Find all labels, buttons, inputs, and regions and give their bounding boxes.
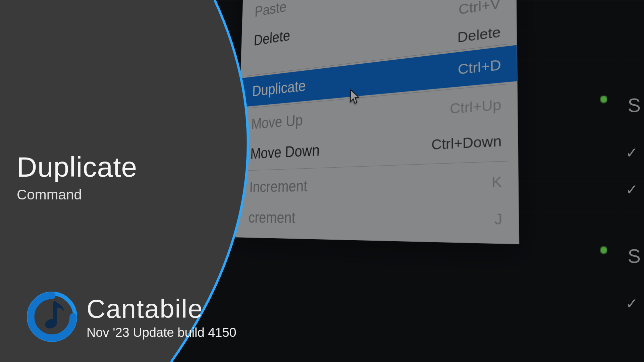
feature-title: Duplicate xyxy=(17,151,137,183)
cantabile-logo-icon xyxy=(27,292,77,342)
menu-item-label: Paste xyxy=(255,0,287,20)
cursor-icon xyxy=(350,88,361,107)
menu-item-label: Increment xyxy=(249,177,308,196)
menu-item-label: Move Up xyxy=(251,112,303,132)
svg-point-2 xyxy=(44,317,58,330)
bg-list-item: or xyxy=(165,116,217,155)
menu-item-shortcut: Ctrl+Up xyxy=(450,96,501,117)
menu-item-label: Duplicate xyxy=(252,77,306,100)
menu-item-increment[interactable]: Increment K xyxy=(237,163,519,202)
menu-item-label: Move Down xyxy=(250,141,320,162)
feature-title-block: Duplicate Command xyxy=(17,151,137,203)
feature-subtitle: Command xyxy=(17,187,137,203)
background-list: oad & ime Lo PU Lo PU Lo e Fa or xyxy=(165,0,223,155)
menu-item-label: Delete xyxy=(254,27,290,49)
menu-item-shortcut: K xyxy=(491,173,502,191)
bg-list-item: e Fa xyxy=(166,81,218,121)
svg-point-1 xyxy=(29,294,75,340)
menu-item[interactable]: crement J xyxy=(235,200,519,244)
menu-item-shortcut: Ctrl+V xyxy=(459,0,500,18)
menu-item-shortcut: Ctrl+D xyxy=(458,56,501,78)
menu-item-label: crement xyxy=(248,209,296,227)
context-menu: Ctrl+Y Copy Ctrl+X Paste Ctrl+C Delete C… xyxy=(235,0,519,244)
perspective-screenshot: oad & ime Lo PU Lo PU Lo e Fa or Ctrl+Y … xyxy=(148,0,577,362)
menu-item-shortcut: Delete xyxy=(458,23,501,46)
menu-item-shortcut: Ctrl+Down xyxy=(431,132,502,153)
menu-item-shortcut: J xyxy=(494,210,502,228)
